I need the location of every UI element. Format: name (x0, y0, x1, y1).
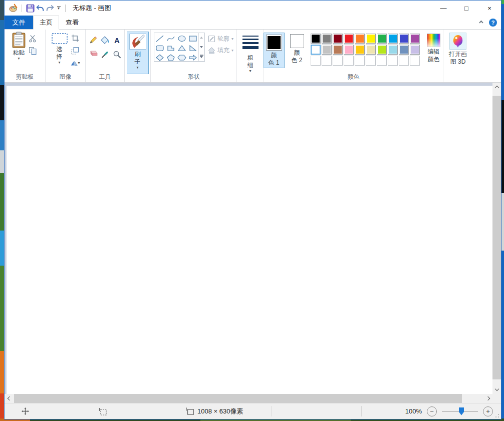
shape-diamond[interactable] (154, 53, 165, 62)
palette-empty-slot[interactable] (410, 56, 420, 66)
clipboard-group-label: 剪贴板 (5, 73, 45, 81)
tools-group-label: 工具 (86, 73, 124, 81)
palette-empty-slot[interactable] (366, 56, 376, 66)
magnifier-tool-button[interactable] (112, 49, 122, 60)
shapes-scroll-up-button[interactable] (199, 33, 204, 43)
palette-empty-slot[interactable] (388, 56, 398, 66)
palette-empty-slot[interactable] (355, 56, 365, 66)
open-paint3d-button[interactable]: 打开画 图 3D (445, 32, 470, 74)
shape-line[interactable] (154, 34, 165, 43)
color2-button[interactable]: 颜 色 2 (287, 33, 308, 65)
palette-swatch[interactable] (377, 45, 387, 55)
palette-swatch[interactable] (388, 45, 398, 55)
scroll-right-button[interactable] (484, 394, 492, 403)
resize-button[interactable] (70, 46, 80, 55)
palette-empty-slot[interactable] (333, 56, 343, 66)
cut-button[interactable] (28, 34, 38, 43)
palette-swatch[interactable] (377, 34, 387, 44)
save-button[interactable] (25, 3, 35, 14)
zoom-slider-thumb[interactable] (459, 407, 464, 415)
pencil-tool-button[interactable] (88, 35, 98, 46)
shape-curve[interactable] (165, 34, 176, 43)
size-button[interactable]: 粗 细 ▾ (239, 32, 262, 74)
palette-swatch[interactable] (322, 45, 332, 55)
tab-view[interactable]: 查看 (59, 16, 85, 29)
palette-swatch[interactable] (322, 34, 332, 44)
shape-hexagon[interactable] (176, 53, 187, 62)
palette-swatch[interactable] (410, 34, 420, 44)
palette-swatch[interactable] (333, 34, 343, 44)
copy-button[interactable] (28, 46, 38, 55)
palette-swatch[interactable] (311, 45, 321, 55)
color1-button[interactable]: 颜 色 1 (264, 33, 285, 68)
palette-swatch[interactable] (399, 45, 409, 55)
shape-rounded-rectangle[interactable] (154, 43, 165, 53)
palette-swatch[interactable] (344, 45, 354, 55)
palette-empty-slot[interactable] (377, 56, 387, 66)
maximize-button[interactable]: □ (455, 1, 478, 16)
palette-swatch[interactable] (311, 34, 321, 44)
ribbon: 粘贴 ▾ (5, 30, 501, 83)
palette-swatch[interactable] (399, 34, 409, 44)
shape-triangle[interactable] (176, 43, 187, 53)
help-button[interactable]: ? (489, 19, 497, 27)
scroll-up-button[interactable] (492, 83, 501, 91)
palette-empty-slot[interactable] (344, 56, 354, 66)
zoom-slider[interactable] (442, 407, 478, 415)
horizontal-scrollbar[interactable] (5, 394, 492, 403)
shape-ellipse[interactable] (176, 34, 187, 43)
scroll-left-button[interactable] (5, 394, 13, 403)
shape-fill-button[interactable]: 填充 ▾ (208, 46, 233, 55)
select-button[interactable]: 选 择 ▾ (51, 33, 68, 74)
drawing-canvas[interactable] (7, 86, 492, 394)
collapse-ribbon-icon[interactable] (479, 21, 483, 25)
vertical-scrollbar[interactable] (492, 83, 501, 394)
shapes-more-button[interactable] (199, 52, 204, 61)
zoom-out-button[interactable]: − (427, 406, 437, 416)
palette-swatch[interactable] (355, 34, 365, 44)
undo-button[interactable] (35, 3, 45, 14)
edit-colors-button[interactable]: 编辑 颜色 (424, 33, 444, 63)
tab-file[interactable]: 文件 (5, 16, 33, 29)
palette-empty-slot[interactable] (399, 56, 409, 66)
brush-button[interactable]: 刷 子 ▾ (127, 32, 149, 74)
tab-home[interactable]: 主页 (33, 16, 59, 30)
palette-swatch[interactable] (344, 34, 354, 44)
minimize-button[interactable]: — (432, 1, 455, 16)
palette-swatch[interactable] (410, 45, 420, 55)
color-picker-tool-button[interactable] (100, 49, 110, 60)
horizontal-scrollbar-thumb[interactable] (14, 394, 462, 403)
palette-empty-slot[interactable] (322, 56, 332, 66)
close-button[interactable]: × (478, 1, 501, 16)
chevron-down-icon: ▾ (58, 61, 60, 65)
fill-tool-button[interactable] (100, 35, 110, 46)
palette-swatch[interactable] (388, 34, 398, 44)
shape-pentagon[interactable] (165, 53, 176, 62)
brush-icon (131, 35, 145, 49)
shape-right-triangle[interactable] (187, 43, 198, 53)
vertical-scrollbar-thumb[interactable] (492, 96, 501, 379)
palette-swatch[interactable] (366, 45, 376, 55)
scroll-down-button[interactable] (492, 385, 501, 394)
shape-outline-button[interactable]: 轮廓 ▾ (208, 35, 233, 43)
crop-button[interactable] (70, 34, 80, 43)
palette-swatch[interactable] (366, 34, 376, 44)
palette-swatch[interactable] (333, 45, 343, 55)
palette-empty-slot[interactable] (311, 56, 321, 66)
shape-right-arrow[interactable] (187, 53, 198, 62)
eraser-tool-button[interactable] (88, 49, 98, 60)
redo-button[interactable] (45, 3, 55, 14)
zoom-in-button[interactable]: + (483, 406, 493, 416)
app-logo-palette-icon[interactable] (9, 3, 19, 14)
palette-swatch[interactable] (355, 45, 365, 55)
resize-grip[interactable] (494, 412, 499, 417)
shape-polygon[interactable] (165, 43, 176, 53)
shape-rectangle[interactable] (187, 34, 198, 43)
paste-button[interactable]: 粘贴 ▾ (12, 32, 26, 74)
chevron-up-icon (494, 86, 498, 90)
shapes-scroll-down-button[interactable] (199, 43, 204, 52)
rotate-button[interactable]: ▾ (70, 59, 80, 68)
customize-qat-dropdown[interactable]: ▾ (55, 6, 62, 11)
title-bar: ▾ 无标题 - 画图 — □ × (5, 1, 501, 16)
text-tool-button[interactable]: A (112, 35, 122, 46)
